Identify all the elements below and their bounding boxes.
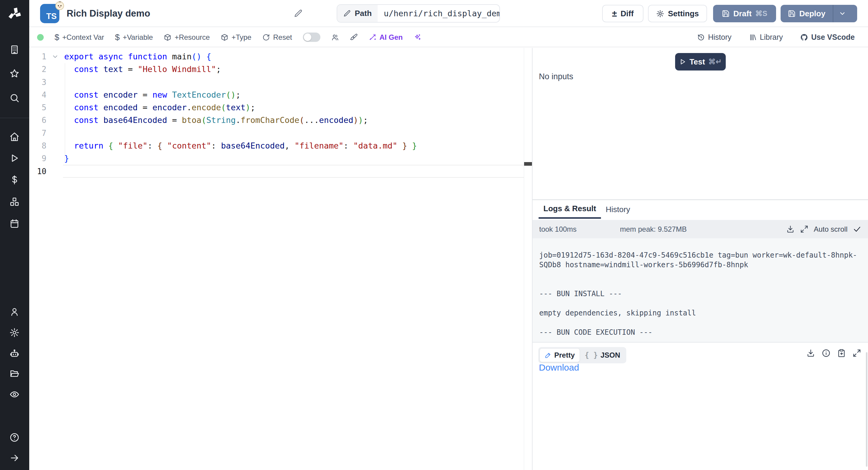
logs-viewer[interactable]: job=01912d75-163d-8204-47c9-5469c516cb1e… xyxy=(532,238,868,342)
use-vscode-button[interactable]: Use VScode xyxy=(800,33,855,41)
ai-gen-button[interactable]: AI Gen xyxy=(369,33,403,41)
draft-shortcut: ⌘S xyxy=(755,9,767,18)
download-result-link[interactable]: Download xyxy=(539,363,579,373)
home-icon[interactable] xyxy=(9,132,20,142)
multiplayer-users-button[interactable] xyxy=(331,33,339,41)
save-icon xyxy=(788,10,796,18)
bun-runtime-badge-icon xyxy=(55,1,65,11)
path-value[interactable]: u/henri/rich_display_demo xyxy=(378,5,500,22)
result-view-switch: Pretty { } JSON xyxy=(538,347,626,363)
result-actions xyxy=(806,349,861,357)
save-icon xyxy=(722,10,730,18)
settings-gear-icon[interactable] xyxy=(9,327,20,338)
audit-eye-icon[interactable] xyxy=(9,389,20,400)
search-icon[interactable] xyxy=(9,93,20,103)
rotate-icon xyxy=(262,33,270,41)
add-variable-button[interactable]: $ +Variable xyxy=(115,33,153,42)
settings-button[interactable]: Settings xyxy=(648,5,707,22)
logs-text: job=01912d75-163d-8204-47c9-5469c516cb1e… xyxy=(539,250,861,337)
run-stats-bar: took 100ms mem peak: 9.527MB Auto scroll xyxy=(532,220,868,238)
draft-button[interactable]: Draft ⌘S xyxy=(713,5,776,22)
folders-icon[interactable] xyxy=(9,369,20,379)
editor-toolbar: $ +Context Var $ +Variable +Resource +Ty… xyxy=(29,28,868,47)
took-label: took 100ms xyxy=(539,225,577,233)
star-icon[interactable] xyxy=(9,68,20,79)
mem-peak-label: mem peak: 9.527MB xyxy=(620,225,687,233)
pen-icon xyxy=(545,352,552,359)
deploy-split-button: Deploy xyxy=(781,5,857,22)
dollar-icon: $ xyxy=(55,33,59,42)
editor-code[interactable]: export async function main() { const tex… xyxy=(64,50,523,178)
tab-history[interactable]: History xyxy=(601,200,635,219)
building-icon[interactable] xyxy=(9,44,20,55)
page-title: Rich Display demo xyxy=(67,8,150,19)
pretty-view-button[interactable]: Pretty xyxy=(539,348,580,362)
diff-button[interactable]: ± Diff xyxy=(602,5,644,22)
path-field[interactable]: Path u/henri/rich_display_demo xyxy=(337,4,500,23)
runs-play-icon[interactable] xyxy=(9,153,20,163)
schedules-calendar-icon[interactable] xyxy=(9,218,20,229)
plus-minus-icon: ± xyxy=(612,9,617,18)
package-icon xyxy=(221,33,228,41)
deploy-button[interactable]: Deploy xyxy=(781,5,833,22)
toggle-knob xyxy=(304,33,311,41)
workers-bot-icon[interactable] xyxy=(9,348,20,358)
expand-result-icon[interactable] xyxy=(852,349,861,357)
json-view-button[interactable]: { } JSON xyxy=(580,348,625,362)
add-context-var-button[interactable]: $ +Context Var xyxy=(55,33,104,42)
overview-ruler-cursor-mark xyxy=(524,162,532,166)
fold-chevron-icon[interactable] xyxy=(52,53,59,60)
status-dot xyxy=(37,34,44,41)
sidebar xyxy=(0,0,29,470)
sparkles-icon xyxy=(413,33,421,41)
history-icon xyxy=(697,33,705,41)
header: TS Rich Display demo Path u/henri/rich_d… xyxy=(29,0,868,27)
add-resource-button[interactable]: +Resource xyxy=(164,33,210,41)
info-icon[interactable] xyxy=(822,349,831,357)
reset-button[interactable]: Reset xyxy=(262,33,292,41)
sidebar-divider xyxy=(0,118,29,118)
add-type-button[interactable]: +Type xyxy=(221,33,251,41)
expand-logs-icon[interactable] xyxy=(800,225,809,233)
result-divider xyxy=(532,342,868,343)
help-icon[interactable] xyxy=(9,432,20,443)
gear-icon xyxy=(656,10,664,18)
run-panel: Test ⌘↵ No inputs Logs & Result History … xyxy=(532,48,868,470)
variables-dollar-icon[interactable] xyxy=(9,175,20,185)
autoscroll-label[interactable]: Auto scroll xyxy=(814,225,847,233)
library-button[interactable]: Library xyxy=(749,33,783,41)
format-brush-button[interactable] xyxy=(350,33,358,41)
download-logs-icon[interactable] xyxy=(786,225,795,233)
clipboard-copy-icon[interactable] xyxy=(837,349,846,357)
edit-summary-pencil-icon[interactable] xyxy=(294,9,303,18)
check-icon[interactable] xyxy=(852,225,861,233)
tab-logs-result[interactable]: Logs & Result xyxy=(538,200,601,219)
play-icon xyxy=(679,58,686,65)
no-inputs-label: No inputs xyxy=(539,72,573,81)
panel-scrollbar[interactable] xyxy=(866,352,867,467)
result-tabs: Logs & Result History xyxy=(538,200,635,219)
resources-boxes-icon[interactable] xyxy=(9,197,20,207)
editor-gutter[interactable]: 12345678910 xyxy=(29,50,46,178)
deploy-dropdown-button[interactable] xyxy=(833,5,851,22)
github-icon xyxy=(800,33,808,41)
library-icon xyxy=(749,33,757,41)
package-icon xyxy=(164,33,172,41)
collapse-arrow-right-icon[interactable] xyxy=(9,453,20,463)
wand-sparkles-icon xyxy=(369,33,376,41)
test-button[interactable]: Test ⌘↵ xyxy=(675,53,726,70)
chevron-down-icon xyxy=(839,10,846,17)
dollar-icon: $ xyxy=(115,33,120,42)
windmill-logo-icon[interactable] xyxy=(7,6,22,21)
path-label: Path xyxy=(337,5,378,22)
diff-mode-toggle[interactable] xyxy=(303,33,320,42)
paintbrush-icon xyxy=(350,33,358,41)
user-icon[interactable] xyxy=(9,307,20,317)
users-icon xyxy=(331,33,339,41)
pencil-icon xyxy=(343,10,351,18)
history-button[interactable]: History xyxy=(697,33,732,41)
braces-icon: { } xyxy=(585,351,598,359)
download-result-icon[interactable] xyxy=(806,349,815,357)
code-editor[interactable]: 12345678910 export async function main()… xyxy=(29,48,532,470)
sparkles-button[interactable] xyxy=(413,33,421,41)
